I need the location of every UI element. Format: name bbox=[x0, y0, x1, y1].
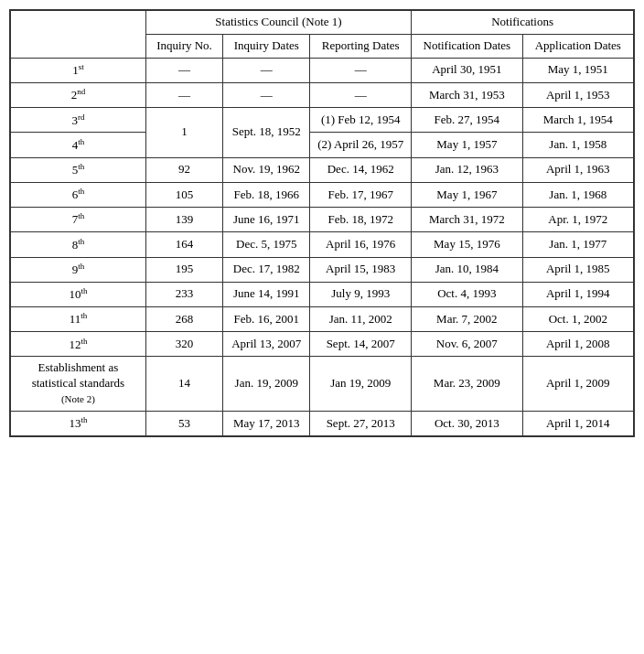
table-row: 12th320April 13, 2007Sept. 14, 2007Nov. … bbox=[11, 332, 634, 357]
reporting-dates: Feb. 17, 1967 bbox=[310, 182, 412, 207]
table-row: 2nd———March 31, 1953April 1, 1953 bbox=[11, 83, 634, 108]
notification-dates: May 1, 1957 bbox=[412, 133, 522, 157]
inquiry-no: 105 bbox=[145, 182, 222, 207]
row-label: 2nd bbox=[11, 83, 146, 108]
application-dates: Jan. 1, 1977 bbox=[522, 232, 633, 257]
application-dates: April 1, 1953 bbox=[522, 83, 633, 108]
main-table-wrapper: Statistics Council (Note 1) Notification… bbox=[9, 9, 635, 437]
table-row: 8th164Dec. 5, 1975April 16, 1976May 15, … bbox=[11, 232, 634, 257]
inquiry-no: 92 bbox=[145, 157, 222, 182]
statistics-council-header: Statistics Council (Note 1) bbox=[145, 11, 411, 35]
inquiry-dates: Sept. 18, 1952 bbox=[223, 108, 310, 157]
notification-dates: March 31, 1972 bbox=[412, 208, 522, 232]
row-label: 8th bbox=[11, 232, 146, 257]
inquiry-dates: Dec. 5, 1975 bbox=[223, 232, 310, 257]
row-label: 13th bbox=[11, 412, 146, 436]
inquiry-no: 139 bbox=[145, 208, 222, 232]
reporting-dates: (1) Feb 12, 1954 bbox=[310, 108, 412, 133]
application-dates: Jan. 1, 1958 bbox=[522, 133, 633, 157]
notification-dates: Jan. 10, 1984 bbox=[412, 257, 522, 282]
inquiry-no: 164 bbox=[145, 232, 222, 257]
reporting-dates: July 9, 1993 bbox=[310, 282, 412, 306]
notification-dates: Mar. 23, 2009 bbox=[412, 357, 522, 412]
col5-label: Application Dates bbox=[535, 38, 621, 52]
table-row: Establishment as statistical standards(N… bbox=[11, 357, 634, 412]
reporting-dates: Feb. 18, 1972 bbox=[310, 208, 412, 232]
notification-dates: March 31, 1953 bbox=[412, 83, 522, 108]
table-row: 4th(2) April 26, 1957May 1, 1957Jan. 1, … bbox=[11, 133, 634, 157]
row-label: 5th bbox=[11, 157, 146, 182]
col-inquiry-no-header: Inquiry No. bbox=[145, 34, 222, 58]
inquiry-dates: Jan. 19, 2009 bbox=[223, 357, 310, 412]
notification-dates: May 15, 1976 bbox=[412, 232, 522, 257]
application-dates: Oct. 1, 2002 bbox=[522, 306, 633, 331]
reporting-dates: Sept. 27, 2013 bbox=[310, 412, 412, 436]
table-row: 1st———April 30, 1951May 1, 1951 bbox=[11, 58, 634, 82]
group2-label: Notifications bbox=[491, 15, 553, 28]
application-dates: April 1, 1985 bbox=[522, 257, 633, 282]
data-table: Statistics Council (Note 1) Notification… bbox=[10, 10, 634, 436]
col-application-dates-header: Application Dates bbox=[522, 34, 633, 58]
inquiry-dates: May 17, 2013 bbox=[223, 412, 310, 436]
inquiry-dates: Feb. 18, 1966 bbox=[223, 182, 310, 207]
group1-label: Statistics Council (Note 1) bbox=[215, 15, 341, 28]
row-label: 11th bbox=[11, 306, 146, 331]
reporting-dates: Jan. 11, 2002 bbox=[310, 306, 412, 331]
reporting-dates: April 16, 1976 bbox=[310, 232, 412, 257]
inquiry-dates: April 13, 2007 bbox=[223, 332, 310, 357]
col-inquiry-dates-header: Inquiry Dates bbox=[223, 34, 310, 58]
application-dates: March 1, 1954 bbox=[522, 108, 633, 133]
notifications-header: Notifications bbox=[412, 11, 634, 35]
row-label: 10th bbox=[11, 282, 146, 306]
row-label: Establishment as statistical standards(N… bbox=[11, 357, 146, 412]
reporting-dates: (2) April 26, 1957 bbox=[310, 133, 412, 157]
table-row: 6th105Feb. 18, 1966Feb. 17, 1967May 1, 1… bbox=[11, 182, 634, 207]
application-dates: May 1, 1951 bbox=[522, 58, 633, 82]
reporting-dates: April 15, 1983 bbox=[310, 257, 412, 282]
notification-dates: Nov. 6, 2007 bbox=[412, 332, 522, 357]
notification-dates: Oct. 30, 2013 bbox=[412, 412, 522, 436]
reporting-dates: — bbox=[310, 83, 412, 108]
inquiry-no: 268 bbox=[145, 306, 222, 331]
row-label: 7th bbox=[11, 208, 146, 232]
reporting-dates: Jan 19, 2009 bbox=[310, 357, 412, 412]
inquiry-dates: — bbox=[223, 83, 310, 108]
inquiry-dates: Dec. 17, 1982 bbox=[223, 257, 310, 282]
inquiry-no: 53 bbox=[145, 412, 222, 436]
col-notification-dates-header: Notification Dates bbox=[412, 34, 522, 58]
row-label: 3rd bbox=[11, 108, 146, 133]
reporting-dates: Dec. 14, 1962 bbox=[310, 157, 412, 182]
application-dates: April 1, 1963 bbox=[522, 157, 633, 182]
inquiry-dates: — bbox=[223, 58, 310, 82]
col-reporting-dates-header: Reporting Dates bbox=[310, 34, 412, 58]
reporting-dates: Sept. 14, 2007 bbox=[310, 332, 412, 357]
row-label: 4th bbox=[11, 133, 146, 157]
table-row: 3rd1Sept. 18, 1952(1) Feb 12, 1954Feb. 2… bbox=[11, 108, 634, 133]
inquiry-dates: Feb. 16, 2001 bbox=[223, 306, 310, 331]
table-row: 11th268Feb. 16, 2001Jan. 11, 2002Mar. 7,… bbox=[11, 306, 634, 331]
table-row: 13th53May 17, 2013Sept. 27, 2013Oct. 30,… bbox=[11, 412, 634, 436]
inquiry-no: 233 bbox=[145, 282, 222, 306]
inquiry-no: — bbox=[145, 58, 222, 82]
table-row: 10th233June 14, 1991July 9, 1993Oct. 4, … bbox=[11, 282, 634, 306]
notification-dates: Feb. 27, 1954 bbox=[412, 108, 522, 133]
reporting-dates: — bbox=[310, 58, 412, 82]
inquiry-no: 1 bbox=[145, 108, 222, 157]
col2-label: Inquiry Dates bbox=[234, 38, 299, 52]
inquiry-no: — bbox=[145, 83, 222, 108]
notification-dates: Oct. 4, 1993 bbox=[412, 282, 522, 306]
col4-label: Notification Dates bbox=[424, 38, 511, 52]
empty-header bbox=[11, 11, 146, 59]
table-row: 5th92Nov. 19, 1962Dec. 14, 1962Jan. 12, … bbox=[11, 157, 634, 182]
application-dates: Apr. 1, 1972 bbox=[522, 208, 633, 232]
notification-dates: Mar. 7, 2002 bbox=[412, 306, 522, 331]
application-dates: April 1, 1994 bbox=[522, 282, 633, 306]
row-label: 1st bbox=[11, 58, 146, 82]
row-label: 12th bbox=[11, 332, 146, 357]
inquiry-dates: June 16, 1971 bbox=[223, 208, 310, 232]
application-dates: April 1, 2008 bbox=[522, 332, 633, 357]
application-dates: April 1, 2014 bbox=[522, 412, 633, 436]
inquiry-no: 320 bbox=[145, 332, 222, 357]
col3-label: Reporting Dates bbox=[322, 38, 400, 52]
application-dates: April 1, 2009 bbox=[522, 357, 633, 412]
